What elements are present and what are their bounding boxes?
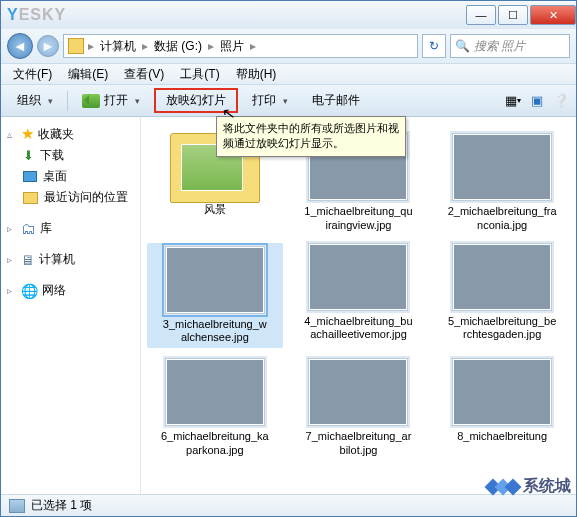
file-label: 4_michaelbreitung_buachailleetivemor.jpg (303, 315, 413, 343)
minimize-button[interactable]: — (466, 5, 496, 25)
search-placeholder: 搜索 照片 (474, 38, 525, 55)
image-item[interactable]: 5_michaelbreitung_berchtesgaden.jpg (434, 243, 570, 349)
breadcrumb-folder[interactable]: 照片 (218, 37, 246, 56)
main-area: ▵★收藏夹 ⬇下载 桌面 最近访问的位置 ▹🗂库 ▹🖥计算机 ▹🌐网络 风景1_… (1, 117, 576, 494)
status-icon (9, 499, 25, 513)
menu-tools[interactable]: 工具(T) (172, 64, 227, 85)
preview-pane-button[interactable]: ▣ (528, 92, 546, 110)
image-thumbnail (452, 133, 552, 201)
menubar: 文件(F) 编辑(E) 查看(V) 工具(T) 帮助(H) (1, 63, 576, 85)
sidebar-favorites[interactable]: ▵★收藏夹 (1, 123, 140, 145)
image-thumbnail (165, 246, 265, 314)
sidebar-item-desktop[interactable]: 桌面 (1, 166, 140, 187)
file-label: 1_michaelbreitung_quiraingview.jpg (303, 205, 413, 233)
view-mode-button[interactable]: ▦▾ (504, 92, 522, 110)
image-item[interactable]: 3_michaelbreitung_walchensee.jpg (147, 243, 283, 349)
file-label: 3_michaelbreitung_walchensee.jpg (160, 318, 270, 346)
maximize-button[interactable]: ☐ (498, 5, 528, 25)
library-icon: 🗂 (21, 220, 36, 237)
file-label: 8_michaelbreitung (457, 430, 547, 444)
recent-icon (23, 192, 38, 204)
image-thumbnail (452, 358, 552, 426)
breadcrumb-drive[interactable]: 数据 (G:) (152, 37, 204, 56)
titlebar: YESKY — ☐ ✕ (1, 1, 576, 29)
nav-back-button[interactable]: ◄ (7, 33, 33, 59)
menu-help[interactable]: 帮助(H) (228, 64, 285, 85)
computer-icon: 🖥 (21, 252, 35, 268)
email-button[interactable]: 电子邮件 (302, 89, 370, 112)
open-button[interactable]: 打开 (72, 89, 150, 112)
star-icon: ★ (21, 125, 34, 143)
desktop-icon (23, 171, 37, 182)
image-thumbnail (308, 358, 408, 426)
image-item[interactable]: 2_michaelbreitung_franconia.jpg (434, 133, 570, 233)
sidebar-item-recent[interactable]: 最近访问的位置 (1, 187, 140, 208)
toolbar: 组织 打开 放映幻灯片 打印 电子邮件 ▦▾ ▣ ❔ (1, 85, 576, 117)
sidebar-libraries[interactable]: ▹🗂库 (1, 218, 140, 239)
folder-icon (68, 38, 84, 54)
image-thumbnail (308, 243, 408, 311)
menu-view[interactable]: 查看(V) (116, 64, 172, 85)
sidebar-item-downloads[interactable]: ⬇下载 (1, 145, 140, 166)
network-icon: 🌐 (21, 283, 38, 299)
sidebar: ▵★收藏夹 ⬇下载 桌面 最近访问的位置 ▹🗂库 ▹🖥计算机 ▹🌐网络 (1, 117, 141, 494)
organize-button[interactable]: 组织 (7, 89, 63, 112)
sidebar-computer[interactable]: ▹🖥计算机 (1, 249, 140, 270)
search-icon: 🔍 (455, 39, 470, 53)
help-button[interactable]: ❔ (552, 92, 570, 110)
file-label: 7_michaelbreitung_arbilot.jpg (303, 430, 413, 458)
file-content[interactable]: 风景1_michaelbreitung_quiraingview.jpg2_mi… (141, 117, 576, 494)
explorer-window: YESKY — ☐ ✕ ◄ ► ▸ 计算机 ▸ 数据 (G:) ▸ 照片 ▸ ↻… (0, 0, 577, 517)
file-label: 风景 (204, 203, 226, 217)
close-button[interactable]: ✕ (530, 5, 576, 25)
print-button[interactable]: 打印 (242, 89, 298, 112)
sidebar-network[interactable]: ▹🌐网络 (1, 280, 140, 301)
separator (67, 91, 68, 111)
download-icon: ⬇ (23, 148, 34, 163)
file-label: 6_michaelbreitung_kaparkona.jpg (160, 430, 270, 458)
address-bar[interactable]: ▸ 计算机 ▸ 数据 (G:) ▸ 照片 ▸ (63, 34, 418, 58)
image-item[interactable]: 4_michaelbreitung_buachailleetivemor.jpg (291, 243, 427, 349)
nav-forward-button[interactable]: ► (37, 35, 59, 57)
slideshow-tooltip: 将此文件夹中的所有或所选图片和视频通过放映幻灯片显示。 (216, 116, 406, 157)
logo: YESKY (7, 6, 66, 24)
open-icon (82, 94, 100, 108)
status-text: 已选择 1 项 (31, 497, 92, 514)
file-label: 5_michaelbreitung_berchtesgaden.jpg (447, 315, 557, 343)
statusbar: 已选择 1 项 (1, 494, 576, 516)
image-thumbnail (452, 243, 552, 311)
breadcrumb-computer[interactable]: 计算机 (98, 37, 138, 56)
menu-file[interactable]: 文件(F) (5, 64, 60, 85)
file-label: 2_michaelbreitung_franconia.jpg (447, 205, 557, 233)
address-row: ◄ ► ▸ 计算机 ▸ 数据 (G:) ▸ 照片 ▸ ↻ 🔍 搜索 照片 (1, 29, 576, 63)
image-item[interactable]: 6_michaelbreitung_kaparkona.jpg (147, 358, 283, 458)
image-item[interactable]: 7_michaelbreitung_arbilot.jpg (291, 358, 427, 458)
search-box[interactable]: 🔍 搜索 照片 (450, 34, 570, 58)
image-item[interactable]: 8_michaelbreitung (434, 358, 570, 458)
refresh-button[interactable]: ↻ (422, 34, 446, 58)
menu-edit[interactable]: 编辑(E) (60, 64, 116, 85)
image-thumbnail (165, 358, 265, 426)
